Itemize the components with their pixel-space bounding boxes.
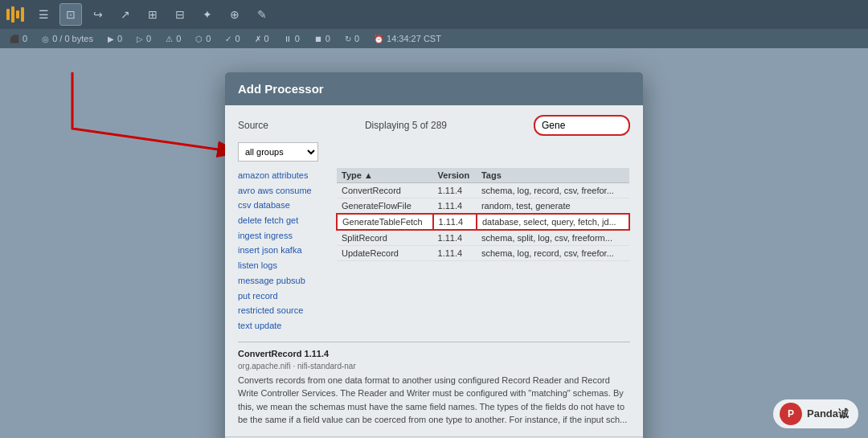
extra-value: 0 [326,34,330,43]
disabled-value: 0 [206,34,211,43]
table-row[interactable]: ConvertRecord1.11.4schema, log, record, … [337,183,629,199]
table-row[interactable]: SplitRecord1.11.4schema, split, log, csv… [337,230,629,246]
tag-listen[interactable]: listen [238,260,259,270]
processor-table: Type ▲ Version Tags ConvertRecord1.11.4s… [336,168,630,261]
tag-database[interactable]: database [254,200,290,210]
tag-avro[interactable]: avro [238,186,255,195]
tag-restricted[interactable]: restricted [238,305,274,315]
status-running: ▶ 0 [108,34,122,43]
dialog-title: Add Processor [238,82,324,96]
toolbar-icon-remote[interactable]: ⊟ [169,3,191,26]
cell-version: 1.11.4 [433,246,477,261]
stopped-icon: ▷ [137,35,143,43]
tag-aws[interactable]: aws [257,186,273,195]
tag-attributes[interactable]: attributes [272,170,308,180]
tag-message[interactable]: message [238,276,274,285]
table-row[interactable]: GenerateTableFetch1.11.4database, select… [337,214,629,230]
watermark: P Panda诚 [773,399,858,428]
watermark-avatar-letter: P [788,408,794,420]
invalid-value: 0 [176,34,181,43]
tag-delete[interactable]: delete [238,215,262,225]
tag-consume[interactable]: consume [276,186,312,195]
status-bytes: ◎ 0 / 0 bytes [42,34,93,43]
group-filter-select[interactable]: all groups default [238,142,318,162]
tag-update[interactable]: update [255,321,282,330]
tag-get[interactable]: get [286,215,298,225]
toolbar-icon-group[interactable]: ⊞ [141,3,164,26]
cell-version: 1.11.4 [433,199,477,215]
tag-text[interactable]: text [238,321,252,330]
source-row: Source Displaying 5 of 289 [238,115,630,136]
tag-ingress[interactable]: ingress [264,231,292,240]
bytes-value: 0 / 0 bytes [52,34,93,43]
toolbar-icon-template[interactable]: ✎ [251,3,273,26]
tag-amazon[interactable]: amazon [238,170,269,180]
status-refresh: ↻ 0 [345,34,359,43]
tag-csv[interactable]: csv [238,200,252,210]
cell-tags: schema, log, record, csv, freefor... [477,183,629,199]
cell-type: SplitRecord [337,230,433,246]
toolbar-icon-funnel[interactable]: ✦ [196,3,219,26]
desc-subtitle: org.apache.nifi · nifi-standard-nar [238,362,630,370]
queued-icon: ⬛ [10,35,19,43]
status-invalid: ⚠ 0 [166,34,181,43]
running-value: 0 [117,34,122,43]
status-bar: ⬛ 0 ◎ 0 / 0 bytes ▶ 0 ▷ 0 ⚠ 0 ⬡ 0 ✓ 0 ✗ … [0,29,868,48]
tag-fetch[interactable]: fetch [264,215,284,225]
cell-tags: database, select, query, fetch, jd... [477,214,629,230]
status-queued: ⬛ 0 [10,34,27,43]
tag-kafka[interactable]: kafka [280,245,301,255]
tag-ingest[interactable]: ingest [238,231,261,240]
refresh-value: 0 [354,34,359,43]
logo-bar-4 [21,7,24,22]
toolbar-icon-processor[interactable]: ⊡ [59,3,82,26]
search-input[interactable] [534,115,630,136]
tag-logs[interactable]: logs [261,260,277,270]
toolbar-icon-input[interactable]: ↪ [87,3,109,26]
dialog-header: Add Processor [225,72,643,105]
description-area: ConvertRecord 1.11.4 org.apache.nifi · n… [238,342,630,427]
watermark-text: Panda诚 [807,407,849,421]
status-extra: ⏹ 0 [314,34,330,43]
cell-version: 1.11.4 [433,183,477,199]
app-logo [6,6,24,23]
tag-insert[interactable]: insert [238,245,260,255]
table-row[interactable]: UpdateRecord1.11.4schema, log, record, c… [337,246,629,261]
tag-pubsub[interactable]: pubsub [276,276,305,285]
tag-record[interactable]: record [252,291,277,301]
desc-text: Converts records from one data format to… [238,374,630,427]
cell-type: GenerateFlowFile [337,199,433,215]
col-version[interactable]: Version [433,168,477,183]
source-label: Source [238,120,278,131]
toolbar-icon-menu[interactable]: ☰ [32,3,55,26]
status-paused: ⏸ 0 [284,34,300,43]
tag-json[interactable]: json [262,245,278,255]
status-fail: ✗ 0 [255,34,269,43]
logo-bar-2 [11,6,14,23]
col-tags[interactable]: Tags [477,168,629,183]
paused-icon: ⏸ [284,35,292,43]
status-disabled: ⬡ 0 [195,34,211,43]
cell-tags: schema, log, record, csv, freefor... [477,246,629,261]
tag-put[interactable]: put [238,291,250,301]
table-row[interactable]: GenerateFlowFile1.11.4random, test, gene… [337,199,629,215]
toolbar-icon-label[interactable]: ⊕ [223,3,246,26]
add-processor-dialog: Add Processor Source Displaying 5 of 289… [225,72,643,438]
col-type[interactable]: Type ▲ [337,168,433,183]
toolbar-icon-output[interactable]: ↗ [114,3,137,26]
success-icon: ✓ [225,35,231,43]
dialog-body: Source Displaying 5 of 289 all groups de… [225,105,643,436]
cell-type: ConvertRecord [337,183,433,199]
canvas-area[interactable]: Add Processor Source Displaying 5 of 289… [0,48,868,438]
watermark-avatar: P [780,403,802,425]
cell-version: 1.11.4 [433,230,477,246]
time-icon: ⏰ [374,35,383,43]
tag-source[interactable]: source [276,305,303,315]
fail-value: 0 [264,34,269,43]
logo-bar-3 [16,10,19,18]
cell-version: 1.11.4 [433,214,477,230]
dialog-content: amazon attributes avro aws consume csv d… [238,168,630,334]
tags-column: amazon attributes avro aws consume csv d… [238,168,326,334]
main-toolbar: ☰ ⊡ ↪ ↗ ⊞ ⊟ ✦ ⊕ ✎ [0,0,868,29]
disabled-icon: ⬡ [195,35,203,43]
